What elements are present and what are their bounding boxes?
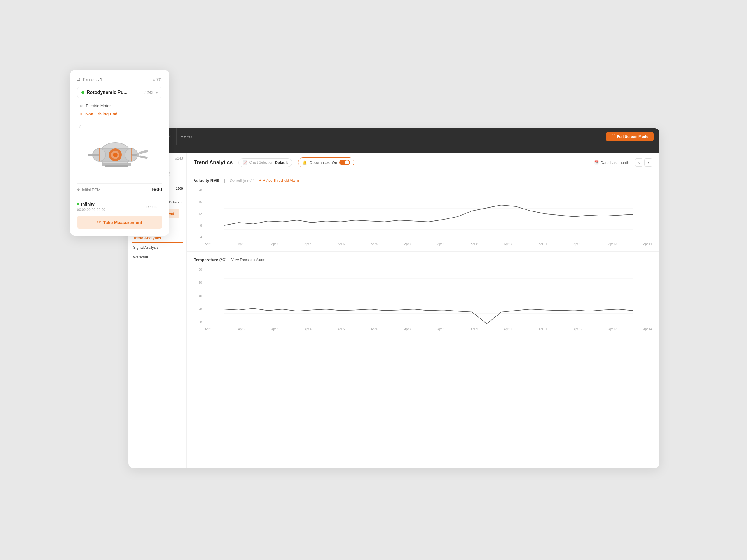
temperature-chart-title-row: Temperature (°C) View Threshold Alarm	[194, 258, 652, 262]
machine-svg	[87, 129, 152, 175]
fullscreen-button[interactable]: ⛶ Full Screen Mode	[606, 132, 654, 141]
svg-rect-9	[137, 153, 139, 157]
velocity-chart-unit: |	[224, 179, 225, 183]
toolbox-signal-analysis[interactable]: Signal Analysis	[132, 243, 183, 252]
prev-arrow[interactable]: ‹	[635, 158, 643, 166]
velocity-chart-panel: Velocity RMS | Overall (mm/s) + + Add Th…	[187, 172, 660, 252]
chart-toolbar-title: Trend Analytics	[194, 160, 233, 166]
calendar-icon: 📅	[594, 160, 599, 165]
temperature-chart-panel: Temperature (°C) View Threshold Alarm 80…	[187, 252, 660, 337]
process-id: #001	[153, 77, 162, 82]
fullscreen-icon: ⛶	[611, 134, 615, 139]
toolbox-waterfall[interactable]: Waterfall	[132, 252, 183, 262]
add-alarm-icon: +	[259, 179, 261, 183]
svg-rect-7	[87, 154, 99, 156]
left-panel: ⇄ Process 1 #001 Rotodynamic Pu... #243 …	[70, 70, 169, 236]
session-dot	[77, 203, 79, 205]
rpm-label: ⟳ Initial RPM	[77, 188, 100, 192]
temperature-x-axis: Apr 1 Apr 2 Apr 3 Apr 4 Apr 5 Apr 6 Apr …	[204, 327, 652, 331]
occurrence-toggle[interactable]	[339, 160, 350, 165]
device-id: #243	[145, 90, 153, 95]
velocity-x-axis: Apr 1 Apr 2 Apr 3 Apr 4 Apr 5 Apr 6 Apr …	[204, 242, 652, 246]
take-measurement-button[interactable]: ☞ Take Measurement	[77, 216, 162, 229]
next-arrow[interactable]: ›	[644, 158, 652, 166]
chart-area: Trend Analytics 📈 Chart Selection Defaul…	[187, 153, 660, 468]
sidebar-sub-id: #243	[175, 156, 183, 160]
chart-icon: 📈	[243, 160, 248, 165]
add-icon: +	[181, 134, 183, 139]
non-driving-end-item[interactable]: ✦ Non Driving End	[77, 110, 162, 118]
rpm-value: 1600	[151, 187, 162, 193]
temperature-chart-svg	[204, 267, 652, 325]
svg-rect-13	[105, 165, 128, 167]
status-dot	[81, 91, 84, 94]
velocity-chart-title: Velocity RMS	[194, 178, 220, 183]
svg-point-6	[113, 153, 118, 157]
process-name: Process 1	[83, 77, 102, 82]
occurrence-icon: 🔔	[302, 160, 307, 165]
machine-illustration: ⤢	[77, 123, 162, 181]
nde-icon: ✦	[79, 112, 83, 116]
occurrence-label: Occurances	[309, 160, 330, 165]
temperature-chart-title: Temperature (°C)	[194, 258, 227, 262]
rpm-icon: ⟳	[77, 188, 80, 192]
chart-selection-button[interactable]: 📈 Chart Selection Default	[238, 158, 292, 167]
device-selector[interactable]: Rotodynamic Pu... #243 ▾	[77, 87, 162, 98]
panel-header: ⇄ Process 1 #001	[77, 77, 162, 82]
temperature-y-axis: 80 60 40 20 0	[194, 267, 202, 325]
process-icon: ⇄	[77, 77, 80, 82]
velocity-chart-title-row: Velocity RMS | Overall (mm/s) + + Add Th…	[194, 178, 652, 183]
date-navigation: ‹ ›	[635, 158, 652, 166]
measure-icon: ☞	[97, 220, 101, 225]
svg-rect-11	[139, 156, 148, 159]
sidebar-details-link[interactable]: Details →	[169, 201, 183, 204]
add-tab-button[interactable]: + + Add	[177, 134, 198, 139]
chevron-down-icon: ▾	[156, 90, 158, 95]
velocity-chart-container: Apr 1 Apr 2 Apr 3 Apr 4 Apr 5 Apr 6 Apr …	[204, 188, 652, 246]
motor-icon: ⚙	[79, 104, 83, 108]
velocity-chart-subtitle: Overall (mm/s)	[230, 179, 254, 183]
chart-selection-label: Chart Selection	[249, 160, 273, 164]
breadcrumb: Process 1	[128, 145, 660, 153]
session-block: Infinity 00:00:00:00:00:00 Details → ☞ T…	[77, 198, 162, 229]
velocity-y-axis: 20 16 12 8 4	[194, 188, 202, 240]
chart-toolbar: Trend Analytics 📈 Chart Selection Defaul…	[187, 153, 660, 172]
session-name: Infinity	[77, 202, 105, 207]
stats-row: ⟳ Initial RPM 1600	[77, 183, 162, 196]
topbar: Rotodynamic... ✕ + + Add ⛶ Full Screen M…	[128, 128, 660, 145]
add-threshold-alarm-button[interactable]: + + Add Threshold Alarm	[259, 179, 299, 183]
electric-motor-label: Electric Motor	[86, 104, 111, 108]
temperature-chart-container: Apr 1 Apr 2 Apr 3 Apr 4 Apr 5 Apr 6 Apr …	[204, 267, 652, 331]
content-area: #001 #243	[128, 153, 660, 468]
svg-rect-8	[131, 154, 137, 156]
view-threshold-alarm-button[interactable]: View Threshold Alarm	[231, 258, 265, 262]
velocity-chart-svg	[204, 188, 652, 240]
occurrences-button[interactable]: 🔔 Occurances On	[298, 158, 354, 167]
date-value: Last month	[611, 160, 629, 165]
date-button[interactable]: 📅 Date Last month	[594, 160, 629, 165]
non-driving-end-label: Non Driving End	[85, 112, 118, 116]
svg-rect-10	[139, 150, 148, 154]
device-name: Rotodynamic Pu...	[87, 90, 142, 95]
details-link[interactable]: Details →	[146, 205, 162, 209]
session-time: 00:00:00:00:00:00	[77, 208, 105, 212]
sidebar-rpm-value: 1600	[176, 187, 183, 190]
electric-motor-item[interactable]: ⚙ Electric Motor	[77, 102, 162, 110]
occurrence-value: On	[332, 160, 337, 165]
chart-selection-value: Default	[275, 160, 288, 165]
date-label: Date	[600, 160, 609, 165]
main-panel: Rotodynamic... ✕ + + Add ⛶ Full Screen M…	[128, 128, 660, 468]
expand-icon[interactable]: ⤢	[78, 124, 82, 129]
